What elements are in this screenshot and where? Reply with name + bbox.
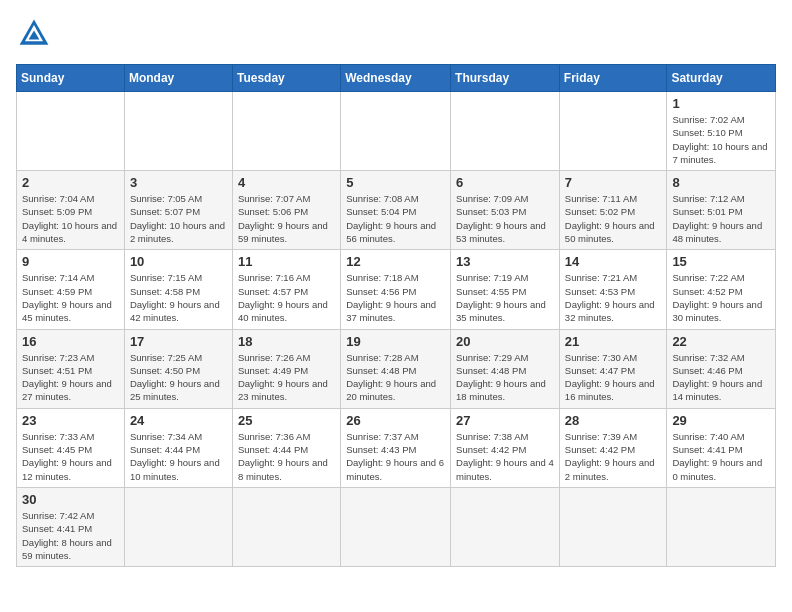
day-number: 2 (22, 175, 119, 190)
calendar-header-row: SundayMondayTuesdayWednesdayThursdayFrid… (17, 65, 776, 92)
day-info: Sunrise: 7:23 AM Sunset: 4:51 PM Dayligh… (22, 351, 119, 404)
calendar-day-cell: 17Sunrise: 7:25 AM Sunset: 4:50 PM Dayli… (124, 329, 232, 408)
calendar-day-cell: 6Sunrise: 7:09 AM Sunset: 5:03 PM Daylig… (451, 171, 560, 250)
weekday-header: Friday (559, 65, 667, 92)
calendar-day-cell (124, 487, 232, 566)
weekday-header: Monday (124, 65, 232, 92)
calendar-day-cell: 12Sunrise: 7:18 AM Sunset: 4:56 PM Dayli… (341, 250, 451, 329)
calendar-day-cell: 2Sunrise: 7:04 AM Sunset: 5:09 PM Daylig… (17, 171, 125, 250)
calendar-day-cell: 26Sunrise: 7:37 AM Sunset: 4:43 PM Dayli… (341, 408, 451, 487)
day-info: Sunrise: 7:12 AM Sunset: 5:01 PM Dayligh… (672, 192, 770, 245)
day-info: Sunrise: 7:40 AM Sunset: 4:41 PM Dayligh… (672, 430, 770, 483)
calendar-day-cell: 14Sunrise: 7:21 AM Sunset: 4:53 PM Dayli… (559, 250, 667, 329)
weekday-header: Thursday (451, 65, 560, 92)
weekday-header: Saturday (667, 65, 776, 92)
calendar-day-cell (232, 487, 340, 566)
calendar-day-cell: 4Sunrise: 7:07 AM Sunset: 5:06 PM Daylig… (232, 171, 340, 250)
calendar-day-cell (341, 487, 451, 566)
calendar-week-row: 30Sunrise: 7:42 AM Sunset: 4:41 PM Dayli… (17, 487, 776, 566)
day-info: Sunrise: 7:09 AM Sunset: 5:03 PM Dayligh… (456, 192, 554, 245)
calendar-day-cell: 11Sunrise: 7:16 AM Sunset: 4:57 PM Dayli… (232, 250, 340, 329)
day-number: 23 (22, 413, 119, 428)
day-number: 1 (672, 96, 770, 111)
calendar-day-cell: 29Sunrise: 7:40 AM Sunset: 4:41 PM Dayli… (667, 408, 776, 487)
day-info: Sunrise: 7:07 AM Sunset: 5:06 PM Dayligh… (238, 192, 335, 245)
calendar-day-cell (451, 92, 560, 171)
day-number: 12 (346, 254, 445, 269)
day-info: Sunrise: 7:08 AM Sunset: 5:04 PM Dayligh… (346, 192, 445, 245)
calendar-day-cell (17, 92, 125, 171)
calendar: SundayMondayTuesdayWednesdayThursdayFrid… (16, 64, 776, 567)
calendar-week-row: 2Sunrise: 7:04 AM Sunset: 5:09 PM Daylig… (17, 171, 776, 250)
day-number: 5 (346, 175, 445, 190)
day-number: 25 (238, 413, 335, 428)
day-number: 13 (456, 254, 554, 269)
calendar-day-cell (559, 487, 667, 566)
day-info: Sunrise: 7:26 AM Sunset: 4:49 PM Dayligh… (238, 351, 335, 404)
day-info: Sunrise: 7:42 AM Sunset: 4:41 PM Dayligh… (22, 509, 119, 562)
day-number: 24 (130, 413, 227, 428)
day-number: 20 (456, 334, 554, 349)
day-number: 6 (456, 175, 554, 190)
day-info: Sunrise: 7:05 AM Sunset: 5:07 PM Dayligh… (130, 192, 227, 245)
calendar-day-cell: 5Sunrise: 7:08 AM Sunset: 5:04 PM Daylig… (341, 171, 451, 250)
day-info: Sunrise: 7:33 AM Sunset: 4:45 PM Dayligh… (22, 430, 119, 483)
calendar-day-cell: 22Sunrise: 7:32 AM Sunset: 4:46 PM Dayli… (667, 329, 776, 408)
page-header (16, 16, 776, 52)
calendar-day-cell: 3Sunrise: 7:05 AM Sunset: 5:07 PM Daylig… (124, 171, 232, 250)
calendar-day-cell: 20Sunrise: 7:29 AM Sunset: 4:48 PM Dayli… (451, 329, 560, 408)
day-number: 17 (130, 334, 227, 349)
day-info: Sunrise: 7:15 AM Sunset: 4:58 PM Dayligh… (130, 271, 227, 324)
calendar-week-row: 1Sunrise: 7:02 AM Sunset: 5:10 PM Daylig… (17, 92, 776, 171)
calendar-day-cell (451, 487, 560, 566)
day-number: 28 (565, 413, 662, 428)
day-number: 18 (238, 334, 335, 349)
calendar-day-cell: 25Sunrise: 7:36 AM Sunset: 4:44 PM Dayli… (232, 408, 340, 487)
day-info: Sunrise: 7:18 AM Sunset: 4:56 PM Dayligh… (346, 271, 445, 324)
day-info: Sunrise: 7:38 AM Sunset: 4:42 PM Dayligh… (456, 430, 554, 483)
day-info: Sunrise: 7:36 AM Sunset: 4:44 PM Dayligh… (238, 430, 335, 483)
calendar-day-cell: 28Sunrise: 7:39 AM Sunset: 4:42 PM Dayli… (559, 408, 667, 487)
calendar-day-cell: 1Sunrise: 7:02 AM Sunset: 5:10 PM Daylig… (667, 92, 776, 171)
day-info: Sunrise: 7:29 AM Sunset: 4:48 PM Dayligh… (456, 351, 554, 404)
day-number: 10 (130, 254, 227, 269)
calendar-day-cell: 10Sunrise: 7:15 AM Sunset: 4:58 PM Dayli… (124, 250, 232, 329)
calendar-day-cell (341, 92, 451, 171)
day-number: 3 (130, 175, 227, 190)
calendar-day-cell: 16Sunrise: 7:23 AM Sunset: 4:51 PM Dayli… (17, 329, 125, 408)
calendar-day-cell: 27Sunrise: 7:38 AM Sunset: 4:42 PM Dayli… (451, 408, 560, 487)
day-info: Sunrise: 7:14 AM Sunset: 4:59 PM Dayligh… (22, 271, 119, 324)
day-number: 27 (456, 413, 554, 428)
calendar-week-row: 16Sunrise: 7:23 AM Sunset: 4:51 PM Dayli… (17, 329, 776, 408)
day-number: 29 (672, 413, 770, 428)
calendar-day-cell (232, 92, 340, 171)
day-number: 21 (565, 334, 662, 349)
calendar-day-cell: 8Sunrise: 7:12 AM Sunset: 5:01 PM Daylig… (667, 171, 776, 250)
day-info: Sunrise: 7:30 AM Sunset: 4:47 PM Dayligh… (565, 351, 662, 404)
calendar-day-cell: 23Sunrise: 7:33 AM Sunset: 4:45 PM Dayli… (17, 408, 125, 487)
calendar-day-cell: 24Sunrise: 7:34 AM Sunset: 4:44 PM Dayli… (124, 408, 232, 487)
day-number: 30 (22, 492, 119, 507)
calendar-day-cell: 7Sunrise: 7:11 AM Sunset: 5:02 PM Daylig… (559, 171, 667, 250)
day-number: 8 (672, 175, 770, 190)
calendar-day-cell: 30Sunrise: 7:42 AM Sunset: 4:41 PM Dayli… (17, 487, 125, 566)
day-info: Sunrise: 7:37 AM Sunset: 4:43 PM Dayligh… (346, 430, 445, 483)
day-number: 26 (346, 413, 445, 428)
day-number: 7 (565, 175, 662, 190)
weekday-header: Tuesday (232, 65, 340, 92)
day-number: 11 (238, 254, 335, 269)
day-number: 15 (672, 254, 770, 269)
calendar-week-row: 23Sunrise: 7:33 AM Sunset: 4:45 PM Dayli… (17, 408, 776, 487)
day-info: Sunrise: 7:39 AM Sunset: 4:42 PM Dayligh… (565, 430, 662, 483)
calendar-day-cell (124, 92, 232, 171)
calendar-week-row: 9Sunrise: 7:14 AM Sunset: 4:59 PM Daylig… (17, 250, 776, 329)
calendar-day-cell: 9Sunrise: 7:14 AM Sunset: 4:59 PM Daylig… (17, 250, 125, 329)
calendar-day-cell (667, 487, 776, 566)
day-info: Sunrise: 7:28 AM Sunset: 4:48 PM Dayligh… (346, 351, 445, 404)
day-number: 19 (346, 334, 445, 349)
day-number: 16 (22, 334, 119, 349)
logo (16, 16, 56, 52)
calendar-day-cell: 18Sunrise: 7:26 AM Sunset: 4:49 PM Dayli… (232, 329, 340, 408)
logo-icon (16, 16, 52, 52)
day-info: Sunrise: 7:19 AM Sunset: 4:55 PM Dayligh… (456, 271, 554, 324)
